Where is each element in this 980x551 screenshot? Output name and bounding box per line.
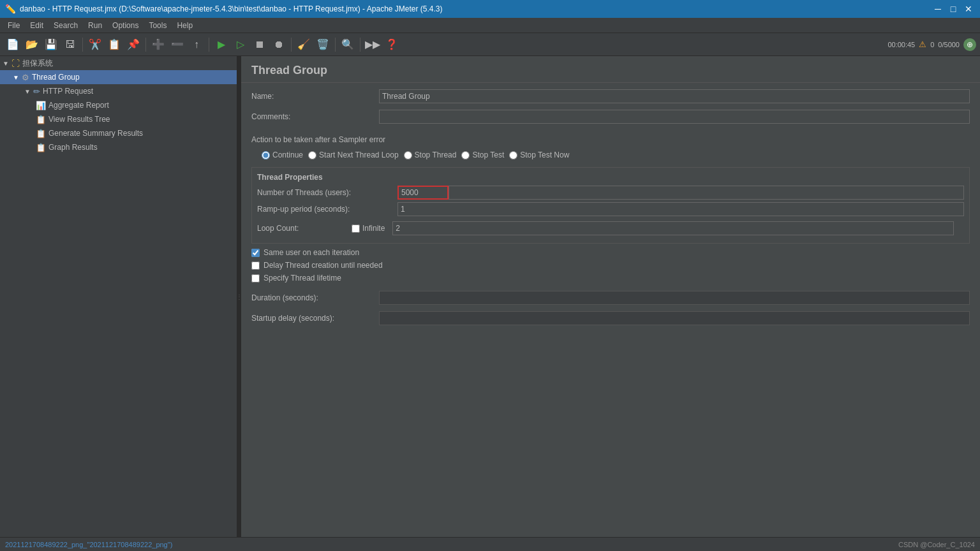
minimize-button[interactable]: ─ [932, 3, 944, 15]
add-button[interactable]: ➕ [149, 36, 167, 54]
root-label: 担保系统 [22, 58, 53, 69]
delay-thread-label[interactable]: Delay Thread creation until needed [264, 261, 383, 270]
radio-stop-thread[interactable]: Stop Thread [404, 151, 457, 159]
delay-thread-row[interactable]: Delay Thread creation until needed [241, 259, 980, 272]
delay-thread-checkbox[interactable] [251, 261, 260, 270]
startup-delay-label: Startup delay (seconds): [251, 314, 379, 323]
thread-properties-box: Thread Properties Number of Threads (use… [251, 167, 970, 244]
list-icon-2: 📋 [36, 129, 46, 138]
menu-search[interactable]: Search [48, 20, 83, 31]
stop-button[interactable]: ⏹ [251, 36, 269, 54]
start-button[interactable]: ▶ [212, 36, 230, 54]
name-input[interactable] [379, 89, 970, 103]
same-user-label[interactable]: Same user on each iteration [264, 248, 359, 257]
tree-root[interactable]: ▼ ⛶ 担保系统 [0, 56, 237, 70]
name-label: Name: [251, 92, 379, 101]
menu-run[interactable]: Run [83, 20, 107, 31]
loop-row: Loop Count: Infinite [257, 219, 964, 238]
save-button[interactable]: 💾 [42, 36, 60, 54]
threads-input[interactable] [397, 186, 449, 200]
menu-file[interactable]: File [3, 20, 25, 31]
radio-stop-test-now[interactable]: Stop Test Now [509, 151, 569, 159]
toolbar-sep-5 [335, 38, 336, 52]
toolbar: 📄 📂 💾 🖫 ✂️ 📋 📌 ➕ ➖ ↑ ▶ ▷ ⏹ ⏺ 🧹 🗑️ 🔍 ▶▶ ❓… [0, 33, 980, 56]
toolbar-sep-6 [360, 38, 360, 52]
sidebar-item-graph-results[interactable]: 📋 Graph Results [0, 140, 237, 154]
clear-all-button[interactable]: 🗑️ [314, 36, 332, 54]
specify-lifetime-label[interactable]: Specify Thread lifetime [264, 274, 341, 283]
pencil-icon: ✏ [33, 87, 40, 96]
specify-lifetime-row[interactable]: Specify Thread lifetime [241, 272, 980, 284]
loop-label: Loop Count: [257, 224, 346, 233]
radio-stop-test-label[interactable]: Stop Test [472, 151, 504, 159]
duration-input[interactable] [379, 291, 970, 305]
specify-lifetime-checkbox[interactable] [251, 274, 260, 283]
error-ratio: 0/5000 [938, 41, 960, 48]
radio-start-next-label[interactable]: Start Next Thread Loop [319, 151, 399, 159]
thread-group-toggle[interactable]: ▼ [13, 74, 22, 81]
close-button[interactable]: ✕ [962, 3, 975, 15]
move-up-button[interactable]: ↑ [188, 36, 205, 54]
cut-button[interactable]: ✂️ [86, 36, 104, 54]
duration-section: Duration (seconds): Startup delay (secon… [241, 284, 980, 335]
infinite-label[interactable]: Infinite [362, 224, 385, 233]
menu-options[interactable]: Options [107, 20, 144, 31]
name-row: Name: [251, 88, 970, 105]
remote-start-button[interactable]: ▶▶ [364, 36, 382, 54]
name-section: Name: Comments: [241, 83, 980, 134]
menu-tools[interactable]: Tools [144, 20, 172, 31]
search-tb-button[interactable]: 🔍 [339, 36, 357, 54]
status-text: 2021121708489222_png_"2021121708489222_p… [5, 541, 172, 548]
threads-input-extra[interactable] [449, 186, 964, 200]
sidebar-item-generate-summary[interactable]: 📋 Generate Summary Results [0, 126, 237, 140]
warning-icon: ⚠ [919, 40, 926, 49]
list-icon-1: 📋 [36, 115, 46, 124]
generate-summary-label: Generate Summary Results [48, 129, 143, 138]
remove-button[interactable]: ➖ [168, 36, 186, 54]
same-user-checkbox[interactable] [251, 249, 260, 257]
http-request-label: HTTP Request [43, 87, 93, 96]
sidebar-item-thread-group[interactable]: ▼ ⚙ Thread Group [0, 70, 237, 84]
radio-stop-test[interactable]: Stop Test [461, 151, 504, 159]
comments-input[interactable] [379, 110, 970, 124]
window-title: danbao - HTTP Request.jmx (D:\Software\a… [20, 4, 932, 13]
toolbar-sep-4 [291, 38, 292, 52]
same-user-row[interactable]: Same user on each iteration [241, 246, 980, 259]
app-icon: ✏️ [5, 4, 16, 14]
ramp-input[interactable] [397, 202, 964, 216]
infinite-checkbox[interactable] [352, 224, 360, 233]
status-bar: 2021121708489222_png_"2021121708489222_p… [0, 537, 980, 551]
comments-row: Comments: [251, 108, 970, 125]
threads-label: Number of Threads (users): [257, 188, 397, 197]
help-tb-button[interactable]: ❓ [383, 36, 401, 54]
toolbar-sep-3 [209, 38, 209, 52]
new-button[interactable]: 📄 [4, 36, 22, 54]
ramp-row: Ramp-up period (seconds): [257, 202, 964, 216]
clear-button[interactable]: 🧹 [295, 36, 313, 54]
menu-edit[interactable]: Edit [25, 20, 48, 31]
shutdown-button[interactable]: ⏺ [270, 36, 288, 54]
loop-count-input[interactable] [392, 221, 954, 235]
startup-delay-input[interactable] [379, 311, 970, 325]
radio-continue-label[interactable]: Continue [272, 151, 303, 159]
save-as-button[interactable]: 🖫 [61, 36, 79, 54]
maximize-button[interactable]: □ [947, 3, 960, 15]
root-toggle[interactable]: ▼ [3, 60, 11, 67]
radio-stop-thread-label[interactable]: Stop Thread [415, 151, 457, 159]
list-icon-3: 📋 [36, 143, 46, 152]
radio-stop-test-now-label[interactable]: Stop Test Now [520, 151, 569, 159]
start-no-pause-button[interactable]: ▷ [232, 36, 249, 54]
paste-button[interactable]: 📌 [124, 36, 142, 54]
copy-button[interactable]: 📋 [105, 36, 123, 54]
menu-help[interactable]: Help [172, 20, 198, 31]
error-counter: 0 [930, 41, 934, 48]
ramp-label: Ramp-up period (seconds): [257, 205, 397, 214]
radio-start-next[interactable]: Start Next Thread Loop [308, 151, 399, 159]
sidebar-item-http-request[interactable]: ▼ ✏ HTTP Request [0, 84, 237, 98]
radio-continue[interactable]: Continue [262, 151, 303, 159]
sidebar-item-view-results-tree[interactable]: 📋 View Results Tree [0, 112, 237, 126]
open-button[interactable]: 📂 [23, 36, 41, 54]
http-toggle[interactable]: ▼ [24, 88, 33, 95]
sidebar-item-aggregate-report[interactable]: 📊 Aggregate Report [0, 98, 237, 112]
global-setting-button[interactable]: ⊕ [963, 38, 976, 51]
